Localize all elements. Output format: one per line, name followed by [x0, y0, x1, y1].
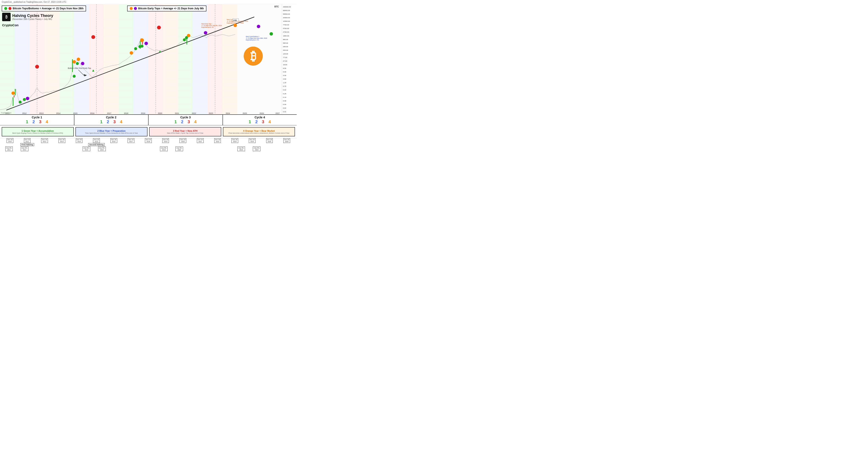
svg-point-49	[77, 58, 80, 61]
svg-text:Next Cycle Bottom =: Next Cycle Bottom =	[246, 36, 259, 37]
cycle-3-num-4: 4	[194, 120, 196, 124]
svg-text:2017: 2017	[107, 112, 111, 115]
cycle-3-numbers: 1 2 3 4	[175, 120, 197, 124]
svg-rect-38	[72, 59, 73, 72]
orange-dot-icon	[130, 7, 133, 10]
bottom-section: Cycle 1 1 2 3 4 Cycle 2 1 2 3 4	[0, 115, 297, 157]
chart-title: Halving Cycles Theory	[12, 13, 53, 18]
svg-point-60	[157, 26, 161, 29]
svg-text:2015: 2015	[73, 112, 78, 115]
svg-rect-5	[74, 4, 89, 115]
date-nov28-2023: Nov 282023	[226, 138, 244, 146]
price-level: 0.25	[283, 93, 296, 95]
cycle-2-num-2: 2	[107, 120, 109, 124]
date-nov28-2013: Nov 282013	[53, 138, 70, 146]
svg-rect-12	[178, 4, 193, 115]
blue-year-title: 2 Blue Year = Preparation	[97, 130, 126, 132]
date-july9-2011: July 9th,2011	[1, 146, 17, 151]
cycle-2-numbers: 1 2 3 4	[100, 120, 123, 124]
cycle-4-num-3: 3	[262, 120, 264, 124]
price-level: 345.00	[283, 46, 296, 47]
date-nov28-2021: Nov 282021	[192, 138, 209, 146]
svg-point-92	[270, 32, 273, 36]
svg-point-44	[26, 97, 29, 100]
price-level: 3.30	[283, 74, 296, 76]
date-nov28-2011: Nov 282011 First Halving	[19, 138, 36, 146]
price-level: 260000.00	[283, 6, 296, 8]
date-nov28-2022: Nov 282022	[209, 138, 226, 146]
svg-text:2025: 2025	[243, 112, 247, 115]
svg-text:+/- 21 days from Nov 28th, 202: +/- 21 days from Nov 28th, 2026	[246, 37, 267, 39]
red-year-title: 3 Red Year = New ATH	[173, 130, 197, 132]
price-level: 12500.00	[283, 20, 296, 22]
cycle-1-num-3: 3	[39, 120, 41, 124]
price-level: 4700.00	[283, 28, 296, 29]
svg-text:2026: 2026	[259, 112, 264, 115]
svg-rect-8	[119, 4, 133, 115]
cycle-4-num-4: 4	[269, 120, 271, 124]
price-level: 2700.00	[283, 31, 296, 33]
cycles-bar: Cycle 1 1 2 3 4 Cycle 2 1 2 3 4	[0, 115, 297, 125]
price-level: 1.20	[283, 82, 296, 84]
date-nov28-2014: Nov 282014	[70, 138, 88, 146]
svg-text:2019: 2019	[141, 112, 145, 115]
svg-point-90	[234, 24, 237, 27]
year-labels-row: 1 Green Year = Accumulation Best Cycle B…	[0, 125, 297, 138]
price-level: 2.00	[283, 78, 296, 80]
price-level: 205.00	[283, 50, 296, 51]
price-level: 27.00	[283, 60, 296, 62]
orange-year-title: 4 Orange Year = Bear Market	[243, 130, 275, 132]
price-level: 7700.00	[283, 24, 296, 26]
svg-text:2012: 2012	[22, 112, 27, 115]
date-july9-2023: July 9th,2023	[234, 146, 249, 151]
price-level: 0.08	[283, 100, 296, 102]
chart-wrapper: Bitcoin Tops/Bottoms = Average +/- 21 Da…	[0, 4, 297, 115]
cycle-3-num-1: 1	[175, 120, 177, 124]
cycle-4-block: Cycle 4 1 2 3 4	[223, 115, 297, 125]
logo-area: ₿ Halving Cycles Theory (November 28th C…	[2, 13, 53, 21]
price-level: 1600.00	[283, 35, 296, 37]
price-level: 960.00	[283, 38, 296, 40]
svg-text:2013: 2013	[39, 112, 43, 115]
blue-year-sub: Time Spent Around Median | Price Advance…	[85, 132, 138, 134]
spacer-4	[265, 146, 296, 151]
date-july9-2020: July 9th,2020	[172, 146, 187, 151]
price-level: 0.01	[283, 111, 296, 113]
first-halving-label: First Halving	[20, 143, 34, 146]
cycle-1-numbers: 1 2 3 4	[26, 120, 48, 124]
svg-text:Expected price: 42: Expected price: 42	[201, 27, 214, 28]
spacer-3	[187, 146, 234, 151]
price-level: 77.00	[283, 57, 296, 59]
svg-text:Next Early Top =: Next Early Top =	[201, 23, 212, 25]
svg-text:2022: 2022	[192, 112, 196, 115]
cycle-3-num-2: 2	[181, 120, 183, 124]
svg-point-55	[140, 38, 144, 42]
price-level: 20500.00	[283, 17, 296, 19]
svg-text:Expected price: 27k: Expected price: 27k	[246, 39, 259, 41]
cycle-4-num-2: 2	[255, 120, 258, 124]
logo-box: ₿	[2, 13, 10, 21]
cycle-3-num-3: 3	[188, 120, 190, 124]
svg-point-56	[145, 42, 148, 45]
svg-text:2020: 2020	[158, 112, 162, 115]
svg-text:2021: 2021	[175, 112, 179, 115]
red-dot-icon	[8, 7, 11, 10]
svg-text:+/- 21 days from July 9th, 202: +/- 21 days from July 9th, 2024	[201, 25, 222, 27]
date-july9-2015: July 9th,2015	[79, 146, 94, 151]
date-nov28-2026: Nov 282026	[278, 138, 296, 146]
cycle-4-numbers: 1 2 3 4	[249, 120, 271, 124]
svg-text:2014: 2014	[56, 112, 60, 115]
july9-dates-row: July 9th,2011 July 9th,2012 July 9th,201…	[0, 146, 297, 152]
cycle-4-num-1: 1	[249, 120, 251, 124]
svg-point-53	[91, 35, 95, 39]
date-july9-2016: July 9th,2016	[94, 146, 110, 151]
legend-tops-bottoms: Bitcoin Tops/Bottoms = Average +/- 21 Da…	[2, 5, 86, 11]
price-level: 96000.00	[283, 9, 296, 11]
publisher-label: CryptoCon_ published on TradingView.com,…	[2, 1, 66, 3]
legend-early-tops-text: Bitcoin Early Tops = Average +/- 21 Days…	[138, 7, 204, 10]
cycle-2-num-3: 3	[113, 120, 116, 124]
cycle-2-block: Cycle 2 1 2 3 4	[74, 115, 149, 125]
price-axis: 260000.00 96000.00 58500.00 20500.00 125…	[282, 4, 297, 115]
price-level: 58500.00	[283, 13, 296, 15]
svg-point-43	[11, 92, 15, 95]
